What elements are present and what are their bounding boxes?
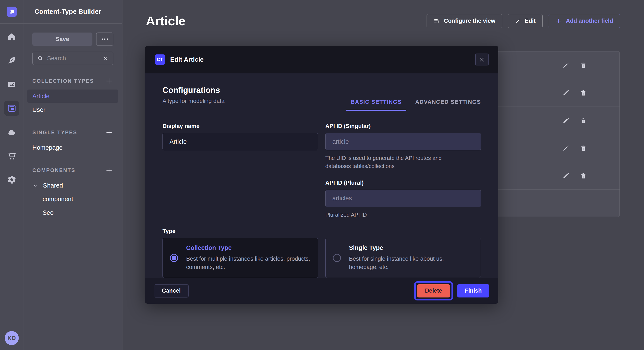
close-icon[interactable] xyxy=(475,53,488,66)
edit-article-modal: CT Edit Article Configurations A type fo… xyxy=(145,46,498,304)
edit-button[interactable]: Edit xyxy=(508,14,543,28)
delete-field-icon[interactable] xyxy=(578,171,588,180)
cart-icon[interactable] xyxy=(4,148,20,164)
strapi-logo[interactable] xyxy=(6,6,17,17)
strapi-mark-icon xyxy=(9,9,15,15)
delete-button-highlight: Delete xyxy=(414,281,453,301)
main-header: Article Configure the view Edit xyxy=(122,0,644,28)
edit-field-icon[interactable] xyxy=(561,116,570,125)
sidebar-item-user[interactable]: User xyxy=(27,103,118,116)
type-label: Type xyxy=(162,228,481,234)
edit-field-icon[interactable] xyxy=(561,171,570,180)
chevron-down-icon xyxy=(32,182,38,188)
feather-icon[interactable] xyxy=(4,53,20,68)
avatar[interactable]: KD xyxy=(5,331,19,345)
api-id-plural-helper: Pluralized API ID xyxy=(326,211,466,219)
rail-nav xyxy=(4,29,20,326)
add-collection-type-icon[interactable] xyxy=(105,77,113,85)
sidebar-item-component[interactable]: component xyxy=(27,192,118,206)
section-label-collection-types: COLLECTION TYPES xyxy=(32,78,94,84)
delete-button[interactable]: Delete xyxy=(417,284,450,298)
cancel-button[interactable]: Cancel xyxy=(154,284,189,298)
sidebar: Content-Type Builder Save Search xyxy=(24,0,122,350)
api-id-singular-field[interactable]: article xyxy=(326,133,481,150)
configurations-title: Configurations xyxy=(162,86,224,95)
add-component-icon[interactable] xyxy=(105,166,113,175)
delete-field-icon[interactable] xyxy=(578,88,588,98)
edit-field-icon[interactable] xyxy=(561,88,570,98)
display-name-label: Display name xyxy=(162,123,318,130)
sidebar-item-seo[interactable]: Seo xyxy=(27,206,118,219)
configurations-subtitle: A type for modeling data xyxy=(162,98,224,111)
configure-view-button[interactable]: Configure the view xyxy=(426,14,502,28)
section-label-components: COMPONENTS xyxy=(32,167,76,173)
rail-footer: KD xyxy=(0,326,23,350)
sidebar-header: Content-Type Builder xyxy=(24,0,122,24)
cloud-icon[interactable] xyxy=(4,124,20,140)
add-single-type-icon[interactable] xyxy=(105,128,113,137)
add-another-field-button[interactable]: Add another field xyxy=(548,14,620,28)
sidebar-body: Save Search COLLECTI xyxy=(24,24,122,219)
sidebar-item-article[interactable]: Article xyxy=(27,90,118,103)
search-input[interactable]: Search xyxy=(32,52,113,65)
edit-field-icon[interactable] xyxy=(561,144,570,153)
sidebar-item-shared[interactable]: Shared xyxy=(27,179,118,192)
api-id-plural-label: API ID (Plural) xyxy=(326,180,481,186)
rail-header xyxy=(0,0,23,24)
api-id-plural-field[interactable]: articles xyxy=(326,190,481,207)
radio-unselected-icon xyxy=(333,254,341,262)
page-title: Article xyxy=(146,14,186,28)
edit-field-icon[interactable] xyxy=(561,61,570,70)
delete-field-icon[interactable] xyxy=(578,144,588,153)
modal-title: Edit Article xyxy=(170,56,204,63)
delete-field-icon[interactable] xyxy=(578,116,588,125)
tab-advanced-settings[interactable]: ADVANCED SETTINGS xyxy=(415,99,481,111)
api-id-singular-label: API ID (Singular) xyxy=(326,123,481,130)
tab-basic-settings[interactable]: BASIC SETTINGS xyxy=(351,99,402,111)
clear-search-icon[interactable] xyxy=(102,55,108,61)
gear-icon[interactable] xyxy=(4,172,20,187)
delete-field-icon[interactable] xyxy=(578,61,588,70)
section-label-single-types: SINGLE TYPES xyxy=(32,130,77,136)
sidebar-item-label: Shared xyxy=(43,182,63,189)
sidebar-item-homepage[interactable]: Homepage xyxy=(27,141,118,154)
collection-type-title: Collection Type xyxy=(186,244,311,251)
app-root: KD Content-Type Builder Save Search xyxy=(0,0,644,350)
display-name-field[interactable]: Article xyxy=(162,133,318,150)
collection-type-option[interactable]: Collection Type Best for multiple instan… xyxy=(162,238,318,278)
search-icon xyxy=(37,55,44,61)
pictures-icon[interactable] xyxy=(4,77,20,92)
single-type-description: Best for single instance like about us, … xyxy=(349,255,474,271)
save-button[interactable]: Save xyxy=(32,32,92,46)
radio-selected-icon xyxy=(170,254,178,262)
api-id-singular-helper: The UID is used to generate the API rout… xyxy=(326,154,466,170)
finish-button[interactable]: Finish xyxy=(457,284,490,298)
main-actions: Configure the view Edit Add another fiel… xyxy=(426,14,620,28)
pencil-icon xyxy=(515,18,521,24)
configure-icon xyxy=(434,18,440,24)
layout-icon[interactable] xyxy=(4,101,20,116)
search-placeholder: Search xyxy=(47,55,99,62)
nav-rail: KD xyxy=(0,0,24,350)
modal-header: CT Edit Article xyxy=(145,46,498,73)
more-options-button[interactable] xyxy=(96,32,113,46)
modal-footer: Cancel Delete Finish xyxy=(145,278,498,304)
collection-type-description: Best for multiple instances like article… xyxy=(186,255,311,271)
single-type-title: Single Type xyxy=(349,244,474,251)
plus-icon xyxy=(555,18,562,24)
single-type-option[interactable]: Single Type Best for single instance lik… xyxy=(326,238,481,278)
app-title: Content-Type Builder xyxy=(34,8,101,15)
content-type-badge: CT xyxy=(155,54,165,65)
home-icon[interactable] xyxy=(4,29,20,44)
settings-tabs: BASIC SETTINGS ADVANCED SETTINGS xyxy=(351,99,481,111)
modal-body: Configurations A type for modeling data … xyxy=(145,73,498,278)
